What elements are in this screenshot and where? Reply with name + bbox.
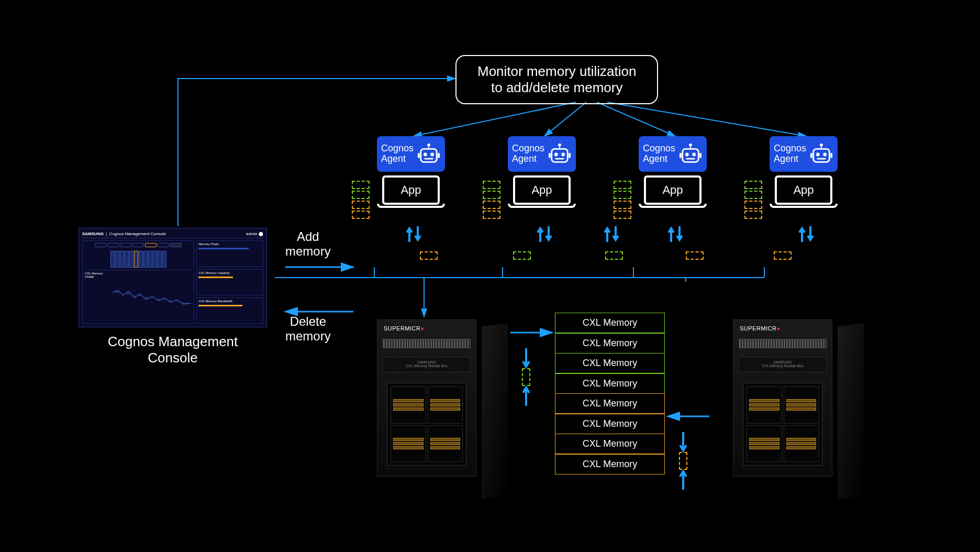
svg-rect-30	[569, 153, 571, 158]
cxl-memory-stack: CXL Memory CXL Memory CXL Memory CXL Mem…	[555, 313, 665, 474]
svg-rect-21	[418, 153, 420, 158]
memory-chip-icon	[614, 191, 631, 199]
server-rack-left: SUPERMICR● SAMSUNG CXL Memory Module Box	[366, 319, 487, 487]
svg-point-39	[820, 143, 823, 147]
agent-title2: Agent	[643, 154, 675, 164]
memory-chip-icon	[483, 211, 500, 219]
add-line1: Add	[285, 229, 331, 244]
updown-arrows-3b	[665, 224, 686, 246]
updown-arrows-3a	[601, 224, 622, 246]
chip-stack-4	[744, 181, 762, 219]
agent-title1: Cognos	[512, 143, 544, 154]
console-caption: Cognos Management Console	[79, 334, 267, 366]
cxl-cell: CXL Memory	[555, 313, 665, 334]
svg-point-19	[430, 153, 434, 157]
updown-arrows-4	[796, 224, 817, 246]
cxl-cell: CXL Memory	[555, 393, 665, 414]
svg-rect-41	[814, 149, 830, 162]
memory-chip-single	[420, 251, 438, 260]
rack-brand: SUPERMICR	[384, 325, 421, 332]
rack-brand-o-icon: ●	[421, 325, 425, 332]
app-laptop: App	[770, 175, 838, 212]
cxl-cell: CXL Memory	[555, 353, 665, 374]
app-label: App	[793, 183, 814, 197]
console-side1: Memory Pools	[198, 242, 261, 246]
console-side3: CXL Memory Bandwidth	[198, 300, 261, 303]
memory-chip-icon	[744, 211, 762, 219]
app-laptop: App	[377, 175, 445, 212]
console-titlebar: Cognos Management Console	[109, 231, 166, 236]
svg-rect-46	[830, 153, 832, 158]
agent-group-1: Cognos Agent App	[377, 136, 445, 212]
updown-arrows-2	[534, 224, 555, 246]
svg-point-26	[554, 153, 558, 157]
chip-stack-3	[614, 181, 631, 219]
cognos-console: SAMSUNG | Cognos Management Console admi…	[79, 228, 267, 366]
updown-arrows-1	[403, 224, 424, 246]
app-label: App	[531, 183, 552, 197]
memory-chip-vertical	[522, 368, 530, 386]
delete-line1: Delete	[285, 314, 331, 329]
memory-chip-icon	[483, 181, 500, 189]
memory-chip-single	[513, 251, 531, 260]
robot-icon	[809, 141, 833, 167]
svg-point-27	[561, 153, 565, 157]
memory-chip-icon	[614, 211, 631, 219]
memory-chip-icon	[352, 211, 370, 219]
memory-chip-icon	[614, 201, 631, 209]
chip-stack-1	[352, 181, 370, 219]
usage-chart-icon	[113, 272, 192, 322]
svg-rect-36	[686, 158, 695, 160]
memory-chip-icon	[483, 201, 500, 209]
agent-title1: Cognos	[643, 143, 675, 154]
svg-rect-37	[680, 153, 682, 158]
svg-point-43	[823, 153, 827, 157]
svg-point-34	[685, 153, 689, 157]
add-memory-label: Add memory	[285, 229, 331, 258]
svg-rect-44	[817, 158, 826, 160]
svg-line-1	[544, 102, 586, 136]
agent-title1: Cognos	[774, 143, 806, 154]
memory-chip-icon	[352, 191, 370, 199]
console-brand: SAMSUNG	[82, 231, 104, 236]
monitor-line2: to add/delete memory	[477, 80, 636, 96]
cxl-cell: CXL Memory	[555, 413, 665, 434]
agent-title2: Agent	[512, 154, 544, 164]
console-user-icon: admin ⬤	[246, 231, 263, 236]
robot-icon	[548, 141, 572, 167]
memory-chip-single	[686, 251, 704, 260]
agent-title2: Agent	[381, 154, 414, 164]
cognos-agent-badge: Cognos Agent	[377, 136, 445, 172]
cxl-cell: CXL Memory	[555, 373, 665, 394]
server-rack-right: SUPERMICR● SAMSUNG CXL Memory Module Box	[722, 319, 843, 487]
app-label: App	[400, 183, 421, 197]
monitor-line1: Monitor memory utilization	[477, 63, 636, 80]
rack-panel-brand: SAMSUNG	[383, 360, 470, 364]
svg-line-0	[414, 102, 576, 136]
rack-panel-brand: SAMSUNG	[739, 360, 826, 364]
cxl-cell: CXL Memory	[555, 434, 665, 455]
svg-point-31	[689, 143, 692, 147]
cognos-agent-badge: Cognos Agent	[639, 136, 707, 172]
svg-line-2	[597, 102, 675, 136]
agent-group-4: Cognos Agent App	[770, 136, 838, 212]
svg-rect-38	[699, 153, 701, 158]
memory-chip-icon	[352, 201, 370, 209]
add-line2: memory	[285, 244, 331, 259]
cognos-agent-badge: Cognos Agent	[508, 136, 576, 172]
svg-rect-45	[810, 153, 812, 158]
app-laptop: App	[639, 175, 707, 212]
svg-rect-25	[552, 149, 568, 162]
svg-line-3	[607, 102, 806, 136]
memory-chip-icon	[483, 191, 500, 199]
svg-point-42	[816, 153, 820, 157]
agent-title1: Cognos	[381, 143, 414, 154]
rack-brand-o-icon: ●	[777, 325, 781, 332]
memory-chip-icon	[744, 181, 762, 189]
svg-rect-28	[555, 158, 564, 160]
svg-rect-29	[549, 153, 551, 158]
svg-point-18	[424, 153, 427, 157]
cognos-agent-badge: Cognos Agent	[770, 136, 838, 172]
svg-rect-20	[424, 158, 433, 160]
agent-group-2: Cognos Agent App	[508, 136, 576, 212]
